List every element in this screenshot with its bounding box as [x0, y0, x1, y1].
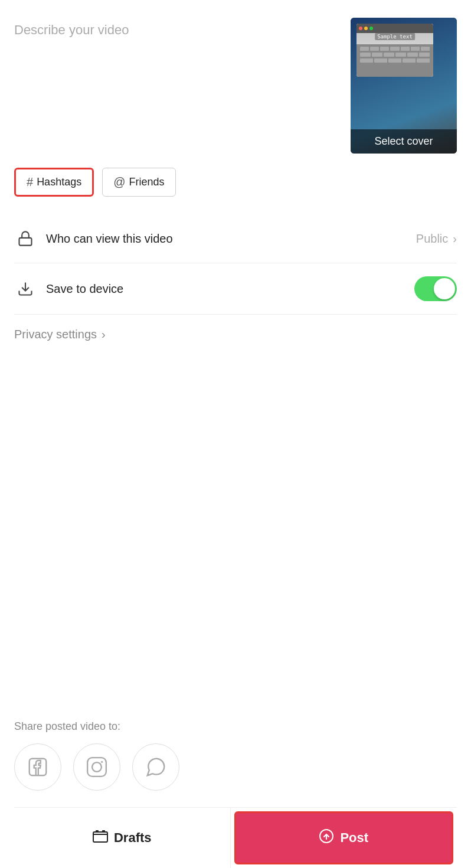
- save-to-device-row: Save to device: [14, 263, 457, 315]
- privacy-settings-label: Privacy settings: [14, 328, 97, 341]
- post-button[interactable]: Post: [234, 811, 454, 864]
- dot-red: [359, 27, 362, 30]
- dot-yellow: [364, 27, 368, 30]
- visibility-value: Public: [416, 232, 448, 246]
- drafts-button[interactable]: Drafts: [14, 808, 231, 868]
- privacy-chevron-icon: ›: [102, 328, 106, 341]
- description-input[interactable]: Describe your video: [14, 18, 351, 38]
- svg-point-4: [92, 762, 102, 772]
- post-upload-icon: [319, 828, 334, 847]
- drafts-label: Drafts: [114, 830, 152, 846]
- friends-button[interactable]: @ Friends: [102, 168, 175, 197]
- toggle-knob: [434, 278, 455, 299]
- facebook-share-button[interactable]: [14, 743, 61, 791]
- sample-text: Sample text: [375, 33, 415, 40]
- svg-rect-8: [102, 830, 105, 833]
- tag-buttons-row: # Hashtags @ Friends: [14, 168, 457, 197]
- svg-point-5: [101, 761, 103, 763]
- instagram-share-button[interactable]: [73, 743, 120, 791]
- save-to-device-label: Save to device: [46, 282, 414, 296]
- svg-rect-0: [19, 238, 32, 246]
- privacy-settings-link[interactable]: Privacy settings ›: [14, 315, 457, 354]
- at-symbol: @: [113, 175, 125, 189]
- bottom-section: Share posted video to:: [0, 706, 471, 868]
- social-icons-row: [14, 743, 457, 791]
- hashtag-symbol: #: [27, 175, 33, 189]
- save-to-device-toggle[interactable]: [414, 276, 457, 301]
- thumbnail-keyboard: [356, 44, 433, 77]
- bottom-buttons: Drafts Post: [14, 807, 457, 868]
- select-cover-label[interactable]: Select cover: [351, 129, 457, 154]
- share-label: Share posted video to:: [14, 720, 457, 733]
- friends-label: Friends: [129, 176, 164, 188]
- whatsapp-share-button[interactable]: [132, 743, 179, 791]
- thumbnail-screen: Sample text: [356, 24, 433, 77]
- dot-green: [369, 27, 373, 30]
- who-can-view-row[interactable]: Who can view this video Public ›: [14, 214, 457, 263]
- chevron-right-icon: ›: [453, 232, 457, 246]
- thumbnail-taskbar: [356, 24, 433, 33]
- download-icon: [14, 278, 37, 300]
- drafts-icon: [93, 830, 108, 846]
- svg-rect-7: [96, 830, 99, 833]
- hashtags-button[interactable]: # Hashtags: [14, 168, 94, 197]
- svg-rect-6: [93, 832, 107, 842]
- video-thumbnail[interactable]: Sample text Select cover: [351, 18, 457, 154]
- description-section: Describe your video: [14, 18, 457, 154]
- lock-icon: [14, 227, 37, 250]
- post-label: Post: [340, 830, 368, 846]
- svg-rect-3: [87, 758, 106, 776]
- who-can-view-label: Who can view this video: [46, 232, 416, 246]
- who-can-view-value: Public ›: [416, 232, 457, 246]
- hashtags-label: Hashtags: [37, 176, 81, 188]
